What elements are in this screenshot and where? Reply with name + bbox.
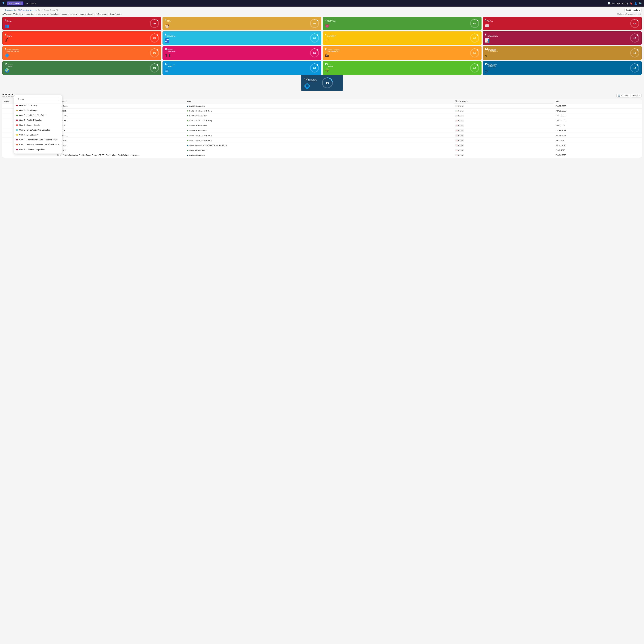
table-body: Credit Suis... Goal 17 - Partnership ▼ 1…: [2, 104, 642, 158]
sdg-icon-2: 🍜: [165, 24, 171, 28]
cell-document-6: UBS Is In T...: [56, 133, 185, 138]
sdg-card-left-9: 9 INDUSTRY, INNOVATIONAND INFRASTRUCTURE…: [4, 48, 19, 58]
bookmark-icon-button[interactable]: 🔖: [630, 2, 633, 5]
breadcrumb-home[interactable]: Dashboards: [5, 9, 16, 11]
goal-dot-3: [16, 119, 18, 121]
cell-goal-4: Goal 13 - Climate Action: [185, 123, 453, 128]
cell-goal-1: Goal 3 - Health And Well-Being: [185, 109, 453, 113]
cell-virality-4: ▼ 0 Low: [453, 123, 554, 128]
dashboards-nav-button[interactable]: ▦ Dashboards: [7, 1, 23, 5]
goal-label-2: Goal 3 - Health And Well-Being: [19, 114, 46, 116]
table-row[interactable]: Adani Stoc... Goal 13 - Climate Action ▼…: [2, 148, 642, 153]
goal-dot-7: [16, 139, 18, 141]
table-row[interactable]: Driven Bra... Goal 3 - Health And Well-B…: [2, 118, 642, 123]
table-row[interactable]: UBS Is In T... Goal 3 - Health And Well-…: [2, 133, 642, 138]
sdg-card-7[interactable]: 7 AFFORDABLE ANDCLEAN ENERGY ☀️ 0/5: [323, 31, 482, 45]
table-row[interactable]: The Credit Goal 3 - Health And Well-Bein…: [2, 109, 642, 113]
col-goal: Goal: [185, 99, 453, 104]
table-row[interactable]: Credit Suis... Goal 13 - Climate Action …: [2, 113, 642, 118]
section-title-area: Positive im... List of the mos...: [2, 93, 16, 98]
dropdown-list: Goal 1 - End Poverty Goal 2 - Zero Hunge…: [14, 103, 62, 154]
sdg-icon-8: 📊: [485, 38, 498, 43]
sdg-circle-7: 0/5: [470, 33, 479, 43]
dropdown-item-10[interactable]: Goal 11 - Sustainable Cities And Communi…: [14, 152, 62, 154]
due-diligence-link[interactable]: 📄 Due Diligence study: [608, 2, 628, 4]
sdg-circle-4: 0/5: [630, 19, 640, 28]
breadcrumb-section[interactable]: SDG positive impact: [18, 9, 36, 11]
goal-label-10: Goal 11 - Sustainable Cities And Communi…: [19, 153, 59, 154]
table-row[interactable]: Digital Asset Infrastructure Provider Ta…: [2, 153, 642, 158]
dropdown-item-0[interactable]: Goal 1 - End Poverty: [14, 103, 62, 108]
export-button[interactable]: Export ⬇: [631, 94, 642, 97]
sdg-card-15[interactable]: 15 LIFEON LAND 🌳 0/5: [323, 61, 482, 75]
sdg-icon-9: 🔷: [4, 53, 19, 58]
sdg-card-9[interactable]: 9 INDUSTRY, INNOVATIONAND INFRASTRUCTURE…: [2, 46, 161, 60]
col-document: Document: [56, 99, 185, 104]
sdg-card-2[interactable]: 2 ZEROHUNGER 🍜 0/5: [162, 17, 321, 30]
discover-nav-button[interactable]: ◎ Discover: [25, 1, 38, 5]
dropdown-item-4[interactable]: Goal 5 - Gender Equality: [14, 123, 62, 127]
dropdown-item-6[interactable]: Goal 7 - Clean Energy: [14, 132, 62, 137]
sdg-card-left-13: 13 CLIMATEACTION 🌍: [4, 63, 13, 73]
cell-virality-5: ▼ 0 Low: [453, 128, 554, 133]
sdg-card-13[interactable]: 13 CLIMATEACTION 🌍 0/5: [2, 61, 161, 75]
goal-label-5: Goal 6 - Clean Water And Sanitation: [19, 129, 50, 131]
goal-label-8: Goal 9 - Industry, Innovation And Infras…: [19, 144, 59, 146]
sdg-card-5[interactable]: 5 GENDEREQUALITY ⚥ 0/5: [2, 31, 161, 45]
sdg-card-6[interactable]: 6 CLEAN WATERAND SANITATION 🚰 0/5: [162, 31, 321, 45]
settings-icon-button[interactable]: ⚙️: [639, 2, 642, 5]
sdg-card-8[interactable]: 8 DECENT WORK ANDECONOMIC GROWTH 📊 0/5: [483, 31, 642, 45]
refresh-icon[interactable]: ↻: [640, 13, 642, 15]
dropdown-item-2[interactable]: Goal 3 - Health And Well-Being: [14, 113, 62, 118]
sdg-card-14[interactable]: 14 LIFE BELOWWATER 🐟 0/5: [162, 61, 321, 75]
col-virality[interactable]: Virality score ↓: [453, 99, 554, 104]
cell-date-9: Feb 1, 2023: [554, 148, 642, 153]
app-logo: T: [2, 1, 4, 5]
sdg-17-icon: 🌐: [304, 83, 317, 89]
cell-document-7: Credit Suis...: [56, 138, 185, 143]
dropdown-item-8[interactable]: Goal 9 - Industry, Innovation And Infras…: [14, 142, 62, 147]
cell-goal-3: Goal 3 - Health And Well-Being: [185, 118, 453, 123]
dropdown-item-5[interactable]: Goal 6 - Clean Water And Sanitation: [14, 127, 62, 132]
cell-date-8: Mar 16, 2023: [554, 143, 642, 148]
sdg-icon-3: 💗: [325, 24, 336, 28]
sdg-grid: 1 NOPOVERTY 👥 0/5 2 ZEROHUNGER 🍜: [2, 17, 642, 75]
table-row[interactable]: Credit Suis... Goal 3 - Health And Well-…: [2, 138, 642, 143]
dropdown-item-3[interactable]: Goal 4 - Quality Education: [14, 118, 62, 123]
compass-icon: ◎: [26, 2, 28, 4]
dropdown-item-7[interactable]: Goal 8 - Decent Work And Economic Growth: [14, 137, 62, 142]
sdg-card-10[interactable]: 10 REDUCEDINEQUALITIES ⬆⬇ 0/5: [162, 46, 321, 60]
cell-document-5: Brookfield ...: [56, 128, 185, 133]
sdg-card-12[interactable]: 12 RESPONSIBLECONSUMPTIONAND PRODUCTION …: [483, 46, 642, 60]
user-icon-button[interactable]: 👤: [634, 2, 637, 5]
table-row[interactable]: Brookfield ... Goal 13 - Climate Action …: [2, 128, 642, 133]
table-row[interactable]: Credit Suis... Goal 17 - Partnership ▼ 1…: [2, 104, 642, 109]
cell-date-7: Mar 3, 2023: [554, 138, 642, 143]
cell-goal-5: Goal 13 - Climate Action: [185, 128, 453, 133]
table-row[interactable]: Today's St... Goal 13 - Climate Action ▼…: [2, 123, 642, 128]
cell-document-2: Credit Suis...: [56, 113, 185, 118]
goal-search-input[interactable]: [16, 97, 60, 101]
sdg-card-1[interactable]: 1 NOPOVERTY 👥 0/5: [2, 17, 161, 30]
translate-button[interactable]: 🔤 Translate: [616, 94, 630, 97]
table-row[interactable]: Credit Suis... Goal 16 - Peace And Justi…: [2, 143, 642, 148]
sdg-card-4[interactable]: 4 QUALITYEDUCATION 📖 0/5: [483, 17, 642, 30]
sdg-circle-5: 0/5: [150, 33, 159, 43]
time-selector-button[interactable]: Last 3 months ▾: [624, 8, 642, 12]
dropdown-item-9[interactable]: Goal 10 - Reduce Inequalities: [14, 147, 62, 152]
goal-dropdown: Goal 1 - End Poverty Goal 2 - Zero Hunge…: [14, 95, 62, 154]
sdg-card-left-7: 7 AFFORDABLE ANDCLEAN ENERGY ☀️: [325, 33, 336, 43]
top-navigation: T ▦ Dashboards ◎ Discover 📄 Due Diligenc…: [0, 0, 644, 7]
sdg-card-11[interactable]: 11 SUSTAINABLE CITIESAND COMMUNITIES 🏙 0…: [323, 46, 482, 60]
impact-table: Goals Document Goal Virality score ↓ Dat…: [2, 99, 642, 158]
breadcrumb-bar: ← Dashboards / SDG positive impact / Cre…: [0, 7, 644, 13]
sdg-card-16[interactable]: 16 PEACE, JUSTICEAND STRONGINSTITUTIONS …: [483, 61, 642, 75]
sdg-card-left-6: 6 CLEAN WATERAND SANITATION 🚰: [165, 33, 175, 43]
cell-virality-9: ▼ 0 Low: [453, 148, 554, 153]
sdg-card-3[interactable]: 3 GOOD HEALTHAND WELL-BEING 💗 0/5: [323, 17, 482, 30]
dropdown-item-1[interactable]: Goal 2 - Zero Hunger: [14, 108, 62, 113]
sdg-17-card[interactable]: 17 PARTNERSHIPSFOR THE GOALS 🌐 1/5: [301, 75, 343, 91]
sdg-grid-container: 1 NOPOVERTY 👥 0/5 2 ZEROHUNGER 🍜: [0, 17, 644, 93]
sdg-icon-13: 🌍: [4, 68, 13, 73]
sdg-circle-16: 0/5: [630, 63, 640, 73]
